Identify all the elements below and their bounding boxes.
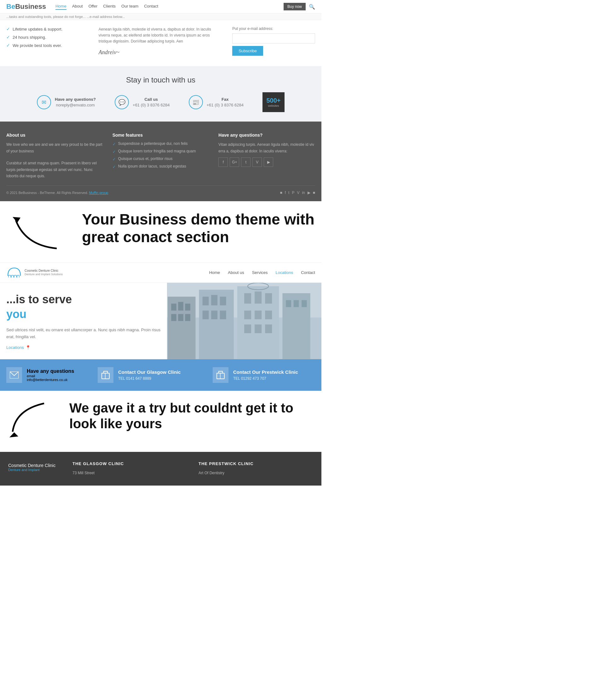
logo-business: Business <box>15 2 46 11</box>
lorem-text: Aenean ligula nibh, molestie id viverra … <box>99 26 223 45</box>
buy-now-btn[interactable]: Buy now <box>284 3 306 10</box>
svg-rect-24 <box>265 293 272 304</box>
nav-offer[interactable]: Offer <box>89 4 98 10</box>
svg-rect-33 <box>294 300 299 307</box>
check-icon-2: ✓ <box>6 35 10 40</box>
search-icon[interactable]: 🔍 <box>309 4 315 10</box>
ticker-bar: ...tasks and outstanding tools, please d… <box>0 14 321 20</box>
svg-rect-34 <box>301 300 307 307</box>
social-facebook[interactable]: f <box>218 157 228 167</box>
svg-rect-18 <box>202 311 209 320</box>
fax-label: Fax <box>207 97 244 102</box>
email-contact-label: Have any questions <box>27 369 74 374</box>
prestwick-contact-item: Contact Our Prestwick Clinic TEL 01292 4… <box>213 367 315 383</box>
phone-value: +61 (0) 3 8376 6284 <box>132 103 170 107</box>
footer-icon-2[interactable]: f <box>285 191 286 195</box>
footer-icon-8[interactable]: ■ <box>313 191 315 195</box>
footer-features-col: Some features ✓Suspendisse a pellentesqu… <box>113 132 209 179</box>
subscribe-button[interactable]: Subscribe <box>232 46 263 56</box>
footer-icon-4[interactable]: P <box>292 191 294 195</box>
footer-social-icons: ■ f t P V in ▶ ■ <box>280 191 315 195</box>
dental-hero-text: ...is to serve you Sed ultrices nisl vel… <box>0 283 167 359</box>
prestwick-footer-title: THE PRESTWICK CLINIC <box>198 461 315 466</box>
dental-footer-logo-col: Cosmetic Denture Clinic Denture and Impl… <box>6 461 63 473</box>
headline-part1: ...is to serve <box>6 293 72 306</box>
email-icon: ✉ <box>37 95 51 109</box>
bottom-headline: We gave it a try but couldnt get it to l… <box>69 400 315 432</box>
dental-logo-name: Cosmetic Denture Clinic <box>25 269 63 273</box>
about-text1: We love who we are and we are very proud… <box>6 142 103 154</box>
dental-nav-contact[interactable]: Contact <box>301 270 315 275</box>
nav-home[interactable]: Home <box>55 4 67 10</box>
contact-boxes: ✉ Have any questions? noreply@envato.com… <box>6 92 315 112</box>
social-twitter[interactable]: t <box>241 157 250 167</box>
dental-footer-arch-logo: Cosmetic Denture Clinic Denture and Impl… <box>6 461 63 473</box>
svg-marker-41 <box>9 432 18 438</box>
svg-rect-11 <box>171 314 176 321</box>
dental-logo-icon <box>6 267 22 279</box>
nav-about[interactable]: About <box>72 4 83 10</box>
dental-nav-home[interactable]: Home <box>209 270 220 275</box>
headline-colored: you <box>6 308 26 321</box>
dental-dark-footer: Cosmetic Denture Clinic Denture and Impl… <box>0 452 321 485</box>
svg-rect-29 <box>255 325 262 333</box>
dental-nav-about[interactable]: About us <box>228 270 244 275</box>
svg-rect-4 <box>17 275 19 277</box>
muffin-link[interactable]: Muffin group <box>89 191 108 195</box>
location-icon: 📍 <box>26 345 30 350</box>
svg-rect-38 <box>102 373 105 379</box>
footer-icon-7[interactable]: ▶ <box>308 191 310 195</box>
dental-nav-services[interactable]: Services <box>252 270 268 275</box>
footer-questions-col: Have any questions? Vitae adipiscing tur… <box>218 132 315 179</box>
email-input[interactable] <box>232 33 315 44</box>
contact-email-box: ✉ Have any questions? noreply@envato.com <box>37 95 96 109</box>
feature-label-3: We provide best tools ever. <box>13 43 62 48</box>
features-section: ✓ Lifetime updates & support. ✓ 24 hours… <box>0 20 321 66</box>
nav-contact[interactable]: Contact <box>144 4 158 10</box>
stay-touch-title: Stay in touch with us <box>6 76 315 84</box>
nav-clients[interactable]: Clients <box>103 4 116 10</box>
svg-rect-37 <box>102 373 110 379</box>
nav-our-team[interactable]: Our team <box>121 4 138 10</box>
feat-check-4: ✓ <box>113 165 116 169</box>
svg-rect-8 <box>171 304 176 311</box>
svg-rect-39 <box>217 373 224 379</box>
svg-rect-17 <box>220 297 226 305</box>
footer-icon-6[interactable]: in <box>302 191 305 195</box>
svg-rect-12 <box>178 314 184 321</box>
blue-contact-section: Have any questions email info@betterdent… <box>0 359 321 391</box>
stay-touch-section: Stay in touch with us ✉ Have any questio… <box>0 66 321 122</box>
feat-check-3: ✓ <box>113 157 116 161</box>
questions-title: Have any questions? <box>218 132 315 138</box>
footer-bottom: © 2021 BeBusiness - BeTheme. All Rights … <box>6 185 315 195</box>
footer-icon-3[interactable]: t <box>288 191 289 195</box>
check-icon-1: ✓ <box>6 26 10 31</box>
footer-icon-5[interactable]: V <box>297 191 299 195</box>
footer-about-col: About us We love who we are and we are v… <box>6 132 103 179</box>
demo-headline: Your Business demo theme with great cona… <box>82 211 315 245</box>
dental-nav-locations[interactable]: Locations <box>276 270 293 275</box>
feat-item-1: ✓Suspendisse a pellentesque dui, non fel… <box>113 142 209 146</box>
social-play[interactable]: ▶ <box>264 157 273 167</box>
social-google[interactable]: G+ <box>230 157 239 167</box>
prestwick-tel: TEL 01292 473 707 <box>233 376 315 381</box>
email-contact-text: Have any questions email info@betterdent… <box>27 369 74 382</box>
social-vimeo[interactable]: V <box>252 157 262 167</box>
svg-rect-2 <box>11 275 14 277</box>
dental-logo-text: Cosmetic Denture Clinic Denture and Impl… <box>25 269 63 276</box>
svg-rect-13 <box>185 314 190 321</box>
prestwick-contact-text: Contact Our Prestwick Clinic TEL 01292 4… <box>233 369 315 381</box>
about-text2: Curabitur sit amet magna quam. Praesent … <box>6 160 103 179</box>
logo[interactable]: BeBusiness <box>6 2 46 11</box>
footer-icon-1[interactable]: ■ <box>280 191 282 195</box>
feat-check-2: ✓ <box>113 150 116 154</box>
features-title: Some features <box>113 132 209 138</box>
fax-icon: 📰 <box>189 95 203 109</box>
svg-rect-1 <box>8 275 11 277</box>
feature-item-2: ✓ 24 hours shipping. <box>6 35 89 40</box>
svg-rect-23 <box>255 292 262 304</box>
questions-text: Vitae adipiscing turpis. Aenean ligula n… <box>218 142 315 154</box>
svg-rect-26 <box>255 311 262 320</box>
about-title: About us <box>6 132 103 138</box>
locations-link[interactable]: Locations 📍 <box>6 345 161 350</box>
